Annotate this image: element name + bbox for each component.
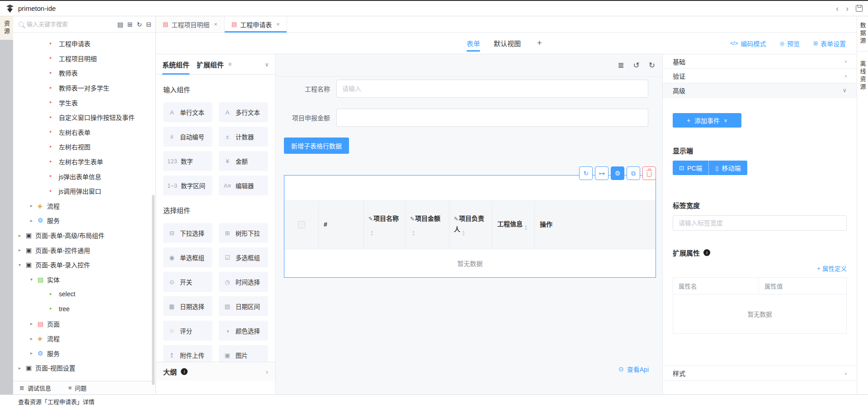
subtable-column-header[interactable]: ✎项目负责人▲▼	[449, 201, 492, 249]
datasource-panel-tab[interactable]: 数据源	[857, 16, 868, 52]
canvas-tool-icon[interactable]: ≣	[618, 62, 624, 69]
save-icon[interactable]	[856, 5, 863, 12]
accordion-section[interactable]: 高级 ∨	[663, 83, 857, 98]
close-icon[interactable]: ×	[214, 21, 217, 28]
tree-item[interactable]: ● 左树右学生表单	[13, 154, 156, 169]
header-checkbox[interactable]	[298, 221, 305, 228]
view-api-link[interactable]: ⊙ 查看Api	[618, 365, 649, 374]
component-item[interactable]: A≡ 编辑器	[219, 176, 268, 195]
tree-item[interactable]: ● 工程申请表	[13, 36, 156, 51]
add-subtable-row-button[interactable]: 新增子表格行数据	[284, 138, 349, 154]
define-attribute-link[interactable]: + 属性定义	[817, 264, 847, 273]
tree-item[interactable]: ● js调用弹出窗口	[13, 184, 156, 199]
search-input[interactable]	[27, 21, 114, 28]
style-section[interactable]: 样式 ›	[663, 365, 857, 381]
sidebar-tool-icon[interactable]: ↻	[137, 21, 142, 28]
form-field-row[interactable]: 项目申报金额	[276, 109, 662, 127]
label-width-input[interactable]	[673, 215, 847, 231]
component-item[interactable]: ± 计数器	[219, 127, 268, 147]
nav-forward-icon[interactable]: ›	[846, 5, 849, 13]
component-item[interactable]: A 单行文本	[163, 102, 212, 122]
component-item[interactable]: 123 数字	[163, 151, 212, 171]
sidebar-scrollbar[interactable]	[152, 195, 155, 385]
sort-asc-icon[interactable]: ▲	[370, 230, 373, 233]
gear-icon[interactable]: ⚙	[611, 166, 624, 180]
tree-item[interactable]: ● 自定义窗口操作按钮及事件	[13, 110, 156, 125]
tree-item[interactable]: ▸ ▣ 页面-表单-控件通用	[13, 242, 156, 257]
sort-desc-icon[interactable]: ▼	[524, 228, 528, 231]
panel-menu-icon[interactable]: ≡	[228, 61, 231, 67]
sidebar-tool-icon[interactable]: ⊞	[127, 21, 133, 28]
sidebar-tool-icon[interactable]: ▤	[118, 21, 123, 28]
chevron-down-icon[interactable]: ∨	[264, 61, 269, 68]
sort-asc-icon[interactable]: ▲	[524, 224, 528, 228]
tree-item[interactable]: ● 教师表	[13, 66, 156, 81]
component-item[interactable]: ▤ 日期区间	[219, 296, 268, 316]
sort-asc-icon[interactable]: ▲	[462, 230, 465, 233]
sort-desc-icon[interactable]: ▼	[370, 233, 373, 236]
component-item[interactable]: ¥ 金额	[219, 151, 268, 171]
sort-icons[interactable]: ▲▼	[412, 230, 415, 236]
subtable-column-header[interactable]: 工程信息▲▼	[492, 201, 535, 249]
header-action[interactable]: ◎ 预览	[779, 39, 799, 48]
canvas-tool-icon[interactable]: ↻	[649, 62, 655, 69]
accordion-section[interactable]: 验证 ›	[663, 69, 857, 83]
tree-item[interactable]: ▸ ▣ 页面-视图设置	[13, 361, 156, 375]
close-icon[interactable]: ×	[276, 21, 280, 28]
component-item[interactable]: ☑ 多选框组	[219, 247, 268, 267]
tree-item[interactable]: ▸ ◈ 流程	[13, 199, 156, 213]
sort-asc-icon[interactable]: ▲	[412, 230, 415, 233]
component-item[interactable]: ◷ 时间选择	[219, 272, 268, 292]
tree-item[interactable]: ● 左树右视图	[13, 139, 156, 154]
tree-item[interactable]: ● 教师表一对多学生	[13, 81, 156, 95]
header-action[interactable]: </> 编码模式	[730, 39, 766, 48]
tree-item[interactable]: ▸ ▣ 页面-表单-高级/布局组件	[13, 228, 156, 243]
component-item[interactable]: A 多行文本	[219, 102, 268, 122]
component-item[interactable]: ◉ 单选框组	[163, 247, 212, 267]
add-event-button[interactable]: + 添加事件 ∨	[673, 113, 741, 128]
sort-desc-icon[interactable]: ▼	[412, 233, 415, 236]
outline-section[interactable]: 大纲 i ›	[156, 362, 275, 381]
tree-item[interactable]: ▾ ▤ 实体	[13, 272, 156, 287]
component-tab[interactable]: 系统组件	[162, 54, 189, 74]
debug-tab[interactable]: ≡ 问题	[68, 384, 87, 392]
view-tab[interactable]: 默认视图	[494, 33, 521, 54]
component-item[interactable]: 1~3 数字区间	[163, 176, 212, 195]
display-option-button[interactable]: ⊡ PC端	[673, 161, 709, 175]
tree-item[interactable]: ● select	[13, 287, 156, 302]
component-item[interactable]: ◑ 颜色选择	[219, 321, 268, 341]
field-input[interactable]	[336, 109, 648, 127]
add-view-button[interactable]: +	[537, 33, 542, 54]
component-item[interactable]: ⊟ 下拉选择	[163, 223, 212, 243]
nav-back-icon[interactable]: ‹	[836, 5, 839, 13]
display-option-button[interactable]: ▯ 移动端	[709, 161, 747, 175]
document-tab[interactable]: ▤ 工程项目明细 ×	[156, 16, 225, 32]
debug-tab[interactable]: ≣ 调试信息	[19, 384, 51, 392]
sort-desc-icon[interactable]: ▼	[462, 233, 465, 236]
subtable-column-header[interactable]: 操作	[535, 201, 656, 249]
component-item[interactable]: ⊞ 树形下拉	[219, 223, 268, 243]
copy-icon[interactable]: ⧉	[627, 166, 640, 180]
sidebar-tool-icon[interactable]: ⊟	[146, 21, 151, 28]
component-item[interactable]: # 自动编号	[163, 127, 212, 147]
header-action[interactable]: ⊞ 表单设置	[813, 39, 846, 48]
component-item[interactable]: ↥ 附件上传	[163, 345, 212, 362]
tree-item[interactable]: ▸ ▤ 页面	[13, 316, 156, 331]
tree-item[interactable]: ▸ ⚙ 服务	[13, 213, 156, 228]
offline-resources-panel-tab[interactable]: 离线资源	[857, 52, 868, 97]
component-tab[interactable]: 扩展组件	[197, 54, 224, 74]
sync-icon[interactable]: ↻	[579, 166, 593, 180]
canvas-tool-icon[interactable]: ↺	[633, 62, 640, 69]
trash-icon[interactable]	[642, 166, 656, 180]
link-icon[interactable]: ⊶	[595, 166, 609, 180]
form-field-row[interactable]: 工程名称	[276, 80, 662, 98]
tree-item[interactable]: ● 左树右表单	[13, 125, 156, 140]
field-input[interactable]	[336, 80, 648, 98]
tree-item[interactable]: ● 工程项目明细	[13, 51, 156, 66]
view-tab[interactable]: 表单	[467, 33, 480, 54]
tree-item[interactable]: ▾ ▣ 页面-表单-录入控件	[13, 257, 156, 272]
accordion-section[interactable]: 基础 ›	[663, 54, 857, 69]
tree-item[interactable]: ● 学生表	[13, 95, 156, 110]
sort-icons[interactable]: ▲▼	[524, 224, 528, 231]
tree-item[interactable]: ● tree	[13, 302, 156, 317]
